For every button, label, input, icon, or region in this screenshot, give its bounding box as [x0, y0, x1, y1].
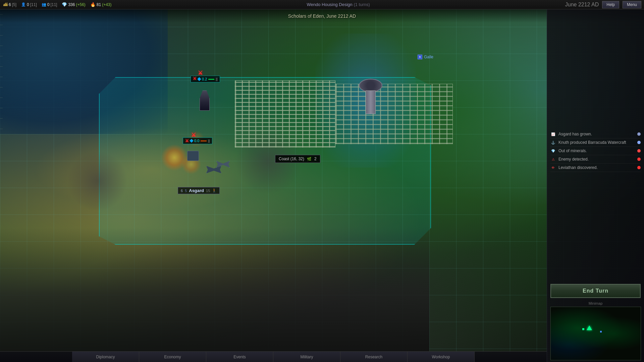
city-pop-1: 6 — [181, 189, 183, 193]
minimap-section: Minimap — [547, 300, 644, 362]
pop2-icon: 👥 — [42, 2, 46, 7]
resource-stats: 🏙 6 [5] 👤 0 [11] 👥 0 [11] 💎 336 (+56) 🔥 … — [0, 2, 112, 7]
food-value: 81 — [97, 2, 101, 7]
combat-icon: ⚔ — [193, 76, 197, 81]
minerals-delta: (+56) — [76, 2, 85, 7]
pop2-bracket: [11] — [50, 2, 57, 7]
food-icon: 🔥 — [90, 2, 96, 7]
title-right-controls: June 2212 AD Help Menu — [565, 1, 644, 8]
unit-diamond-icon — [197, 77, 201, 81]
food-stat: 🔥 81 (+43) — [90, 2, 112, 7]
cities-bracket: [5] — [12, 2, 16, 7]
event-leviathan[interactable]: 👁 Leviathan discovered. — [550, 164, 641, 172]
event-enemy[interactable]: ⚠ Enemy detected. — [550, 155, 641, 164]
map-edge-ticks — [0, 9, 4, 362]
city-label-asgard[interactable]: 6 5 Asgard 15 🚶 — [178, 187, 220, 194]
city-icon-galle: B — [418, 55, 422, 59]
building-structure-right — [335, 84, 453, 144]
fog-of-war — [67, 151, 127, 211]
cities-value: 6 — [9, 2, 11, 7]
events-button[interactable]: Events — [206, 352, 273, 362]
ground-unit[interactable] — [184, 151, 201, 168]
event-text-asgard: Asgard has grown. — [558, 132, 635, 136]
unit-moves: || — [216, 77, 217, 81]
game-title: Wendo Housing Design — [307, 2, 352, 7]
title-bar: 🏙 6 [5] 👤 0 [11] 👥 0 [11] 💎 336 (+56) 🔥 … — [0, 0, 644, 9]
minimap-player-marker — [587, 325, 592, 330]
workshop-button[interactable]: Workshop — [408, 352, 475, 362]
menu-button[interactable]: Menu — [623, 1, 641, 8]
city-growth-icon: 📈 — [550, 131, 556, 137]
end-turn-button[interactable]: End Turn — [550, 284, 641, 298]
pop1-value: 0 — [27, 2, 29, 7]
cities-stat: 🏙 6 [5] — [3, 2, 16, 7]
date-display: June 2212 AD — [565, 2, 599, 8]
minimap-terrain — [551, 307, 641, 360]
city-workers-label: 15 — [206, 189, 210, 193]
tile-food-value: 2 — [314, 157, 317, 161]
pop1-icon: 👤 — [21, 2, 26, 7]
event-log: 📈 Asgard has grown. ⚓ Knuth produced Bar… — [547, 9, 644, 282]
unit-diamond-icon-2 — [190, 139, 193, 142]
event-indicator-5 — [637, 166, 641, 169]
building-structure — [235, 80, 335, 147]
health-bar — [208, 79, 214, 80]
city-worker-icon: 🚶 — [212, 188, 217, 193]
event-text-leviathan: Leviathan discovered. — [558, 165, 635, 170]
event-indicator — [637, 132, 641, 136]
pop2-value: 0 — [47, 2, 50, 7]
air-unit-2[interactable] — [205, 166, 223, 175]
city-label-galle[interactable]: B Galle — [418, 55, 433, 59]
research-button[interactable]: Research — [340, 352, 408, 362]
city-name-asgard: Asgard — [189, 188, 204, 193]
diplomacy-button[interactable]: Diplomacy — [72, 352, 139, 362]
game-title-center: Wendo Housing Design (1 turns) — [112, 2, 565, 7]
minerals-value: 336 — [68, 2, 75, 7]
rocky-terrain — [0, 228, 429, 362]
combat-marker-2: ⚔ — [191, 132, 196, 138]
event-minerals[interactable]: 💎 Out of minerals. — [550, 147, 641, 155]
tile-tooltip: Coast (16, 32) 🌿 2 — [275, 155, 320, 163]
unit-health-bar-1: ⚔ 0.2 || — [191, 76, 220, 82]
tower-structure — [356, 80, 386, 114]
event-text-enemy: Enemy detected. — [558, 157, 635, 162]
event-asgard-grown[interactable]: 📈 Asgard has grown. — [550, 130, 641, 138]
unit-moves-2: || — [208, 139, 210, 143]
minimap[interactable] — [550, 307, 641, 360]
help-button[interactable]: Help — [602, 1, 619, 8]
food-delta: (+43) — [102, 2, 111, 7]
event-text-minerals: Out of minerals. — [558, 148, 635, 153]
event-text-barracuda: Knuth produced Barracuda Watercraft — [558, 140, 635, 145]
city-icon-hud: 🏙 — [3, 2, 8, 7]
minimap-label: Minimap — [550, 301, 641, 305]
combat-marker-top: ⚔ — [198, 70, 203, 76]
event-indicator-3 — [637, 149, 641, 153]
minimap-city-dot — [582, 328, 584, 330]
pop2-stat: 👥 0 [11] — [42, 2, 57, 7]
unit-health-value-2: 0.0 — [194, 139, 199, 143]
right-sidebar: 📈 Asgard has grown. ⚓ Knuth produced Bar… — [547, 9, 644, 362]
economy-button[interactable]: Economy — [139, 352, 206, 362]
turns-label: (1 turns) — [354, 2, 370, 7]
event-barracuda[interactable]: ⚓ Knuth produced Barracuda Watercraft — [550, 138, 641, 147]
minerals-stat: 💎 336 (+56) — [62, 2, 85, 7]
enemy-alert-icon: ⚠ — [550, 157, 556, 162]
production-icon: ⚓ — [550, 140, 556, 145]
military-button[interactable]: Military — [273, 352, 340, 362]
city-size: 5 — [185, 189, 187, 193]
unit-health-value: 0.2 — [202, 77, 207, 81]
pop1-stat: 👤 0 [11] — [21, 2, 37, 7]
health-bar-2 — [201, 140, 207, 141]
city-name-galle: Galle — [424, 55, 433, 59]
unit-health-bar-2: ⚔ 0.0 || — [183, 137, 212, 144]
event-indicator-2 — [637, 141, 641, 144]
mineral-alert-icon: 💎 — [550, 148, 556, 154]
bottom-navigation: Diplomacy Economy Events Military Resear… — [0, 351, 547, 362]
ship-unit[interactable] — [195, 90, 215, 117]
discovery-icon: 👁 — [550, 165, 556, 170]
notification-text: Scholars of Eden, June 2212 AD — [288, 13, 356, 19]
combat-icon-2: ⚔ — [185, 138, 189, 143]
event-indicator-4 — [637, 158, 641, 161]
minimap-water-area — [600, 331, 602, 333]
leaf-icon: 🌿 — [307, 157, 312, 161]
